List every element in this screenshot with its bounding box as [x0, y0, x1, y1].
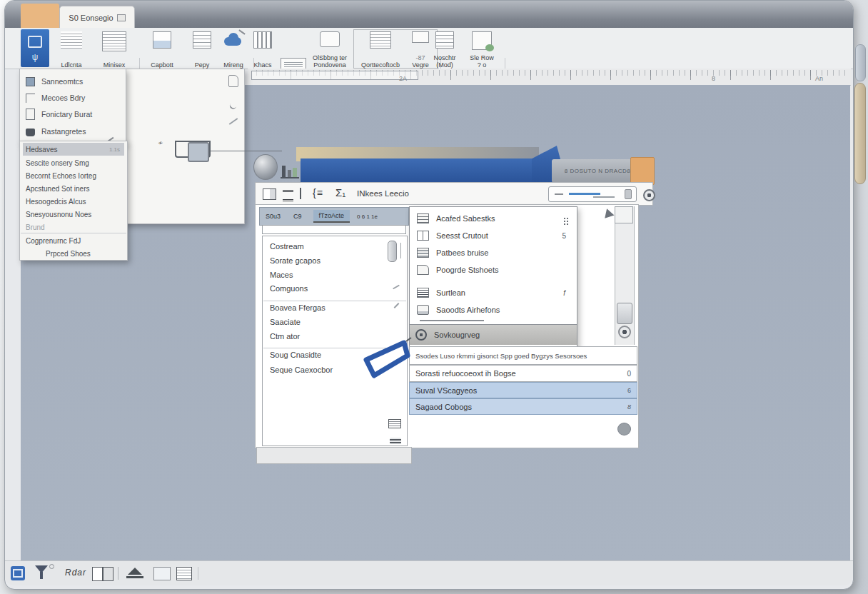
- book-pages-icon[interactable]: [92, 567, 113, 581]
- tab-sdu[interactable]: S0u3: [266, 213, 281, 220]
- scroll-thumb[interactable]: [617, 303, 632, 324]
- list-item[interactable]: Soug Cnasidte: [270, 351, 321, 359]
- book-icon: [417, 231, 429, 241]
- menu-item-label: Hesoogedcis Alcus: [26, 198, 86, 206]
- slider-knob[interactable]: [625, 189, 632, 199]
- list-item[interactable]: Saaciate: [270, 318, 301, 326]
- list-item[interactable]: Sorate gcapos: [270, 256, 321, 265]
- blank-box-button[interactable]: [153, 567, 171, 580]
- dense-rows-icon: [417, 288, 429, 298]
- record-button[interactable]: [643, 189, 655, 201]
- menu-item[interactable]: Sescite onsery Smg: [23, 156, 124, 169]
- menu-item-disabled[interactable]: Brund: [23, 221, 124, 233]
- popup-item[interactable]: Saoodts Airhefons: [411, 301, 575, 318]
- ribbon-item-khacs[interactable]: Khacs: [246, 29, 279, 71]
- menu-item[interactable]: Fonictary Burat: [26, 106, 120, 122]
- list-item[interactable]: Costream: [270, 242, 304, 251]
- tabbar-mini-icons[interactable]: 0 6 1 1e: [357, 213, 378, 220]
- ribbon-item-mireng[interactable]: Mireng: [216, 29, 251, 71]
- menu-item[interactable]: Sanneomtcs: [26, 74, 120, 89]
- list-item[interactable]: Comguons: [270, 284, 308, 293]
- monitor-icon: [417, 305, 429, 315]
- paragraph-lines-icon: [61, 31, 82, 49]
- ribbon-item-label: Noschtr(Mod): [433, 54, 455, 69]
- save-state-button[interactable]: [11, 566, 25, 580]
- inner-box-icon: [13, 569, 23, 578]
- ribbon-item-qorttecoftocb[interactable]: Qorttecoftocb: [356, 29, 405, 71]
- selected-row-1[interactable]: Suval VScagyeos 6: [409, 382, 637, 398]
- menu-item[interactable]: Prpced Shoes: [23, 247, 124, 260]
- sphere-icon: [253, 154, 278, 180]
- chart-person-icon: [253, 31, 272, 49]
- application-window: S0 Eonsegio ψ Ldlcnta Minisex Capbott Z …: [4, 0, 854, 590]
- small-grid-button[interactable]: [176, 567, 192, 580]
- menu-item[interactable]: Apcstuned Sot iners: [23, 182, 124, 195]
- menu-item-label: Cogprenurnc FdJ: [26, 237, 81, 245]
- left-pane-footer: [256, 447, 412, 464]
- document-tab[interactable]: S0 Eonsegio: [59, 6, 135, 29]
- info-row: Ssodes Luso rkmmi gisonct Spp goed Bygzy…: [409, 346, 637, 365]
- popup-item[interactable]: Poogrde Stshoets: [411, 261, 575, 278]
- ruler-label: 8: [712, 75, 715, 82]
- funnel-icon[interactable]: [35, 565, 49, 580]
- ribbon-item-olsbbng[interactable]: OlSbbng terPondovena: [308, 29, 352, 71]
- popup-item-highlighted[interactable]: Sovkougrveg: [410, 324, 577, 345]
- ruler: 2A 8 An: [248, 69, 851, 86]
- menu-item[interactable]: Snesyousnonu Noes: [23, 208, 124, 221]
- banner-caption-text: 8 DOSUTO N DRACD8: [565, 168, 630, 174]
- ribbon-item-identa[interactable]: Ldlcnta: [52, 29, 91, 71]
- left-pane-tabbar: S0u3 C9 fTzoActe 0 6 1 1e: [259, 207, 409, 226]
- list-lines-icon: [388, 419, 401, 428]
- lower-dot-button[interactable]: [617, 423, 631, 436]
- brace-list-icon[interactable]: {≡: [313, 187, 323, 198]
- banner-orange-block: [630, 157, 655, 185]
- field-row[interactable]: Sorasti refuocoeoxt ih Bogse 0: [409, 365, 637, 382]
- list-scroll-pill[interactable]: [388, 241, 397, 262]
- bezel-pill-small[interactable]: [855, 44, 866, 81]
- left-pane-field[interactable]: [262, 225, 406, 234]
- gear-icon: [415, 329, 427, 341]
- ribbon-item-pepy[interactable]: Pepy: [186, 29, 218, 71]
- menu-item-label: Prpced Shoes: [46, 250, 91, 258]
- menu-item[interactable]: Cogprenurnc FdJ: [23, 234, 124, 247]
- hamburger-icon[interactable]: [283, 190, 293, 201]
- scroll-dot-button[interactable]: [618, 326, 631, 338]
- bezel-pill-large[interactable]: [854, 83, 866, 184]
- list-item[interactable]: Ctm ator: [270, 332, 300, 341]
- primary-paste-button[interactable]: ψ: [21, 29, 49, 67]
- list-item[interactable]: Seque Caexocbor: [270, 366, 333, 374]
- popup-item-label: Surtlean: [436, 288, 465, 297]
- grid-window-icon: [435, 31, 454, 49]
- menu-item[interactable]: Mecoes Bdry: [26, 90, 120, 106]
- split-box-icon[interactable]: [263, 188, 276, 200]
- titlebar: S0 Eonsegio: [5, 1, 853, 28]
- popup-item[interactable]: Acafed Sabestks: [411, 210, 575, 227]
- slider-widget[interactable]: [548, 186, 637, 202]
- pages-icon: [370, 31, 391, 49]
- ribbon-item-capbott[interactable]: Capbott: [142, 29, 182, 71]
- cloud-icon: [223, 31, 244, 47]
- ribbon-item-noschtr[interactable]: Noschtr(Mod): [426, 29, 463, 71]
- tab-c9[interactable]: C9: [293, 213, 302, 220]
- tab-ftzoacte-selected[interactable]: fTzoActe: [313, 210, 350, 223]
- menu-item[interactable]: Rastangretes: [26, 124, 120, 139]
- hook-glyph: [393, 285, 400, 290]
- ribbon-item-label: Capbott: [151, 61, 173, 69]
- popup-item[interactable]: Surtlean f: [411, 284, 575, 301]
- list-item[interactable]: Maces: [270, 271, 293, 279]
- list-separator: [263, 301, 406, 301]
- menu-item[interactable]: Becornt Echoes Iorteg: [23, 169, 124, 182]
- scroll-up-button[interactable]: [615, 206, 633, 223]
- selected-row-2[interactable]: Sagaod Cobogs 8: [409, 398, 637, 415]
- menu-item-selected[interactable]: Hedsaves 1.1s: [23, 143, 124, 156]
- ribbon-item-minisex[interactable]: Minisex: [92, 29, 136, 71]
- menu-item[interactable]: Hesoogedcis Alcus: [23, 195, 124, 208]
- popup-item[interactable]: Seesst Crutout 5: [411, 227, 575, 244]
- dialog-window: 8 DOSUTO N DRACD8 {≡ Σ₁ INkees Leecio S0…: [253, 147, 653, 463]
- popup-item[interactable]: Patbees bruise: [411, 244, 575, 261]
- ribbon-item-slerow[interactable]: Sle Row? o: [465, 29, 499, 71]
- eject-icon[interactable]: [126, 567, 143, 580]
- list-item[interactable]: Boavea Ffergas: [270, 303, 326, 312]
- table-grid-icon: [193, 31, 211, 49]
- sigma-icon[interactable]: Σ₁: [335, 186, 345, 198]
